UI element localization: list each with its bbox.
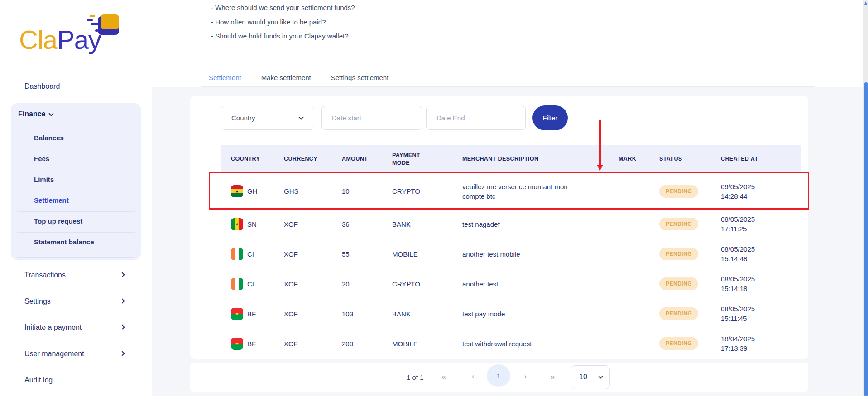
sidebar-item-label: Audit log (24, 376, 53, 384)
payment-mode-cell: BANK (392, 310, 462, 318)
status-badge: PENDING (659, 218, 698, 230)
country-cell: BF (231, 338, 284, 350)
sidebar-item-limits[interactable]: Limits (11, 170, 141, 191)
payment-mode-cell: BANK (392, 220, 462, 228)
scrollbar-up-arrow-icon[interactable] (864, 1, 867, 5)
sidebar-finance-panel: Finance Balances Fees Limits Settlement … (11, 103, 141, 260)
ghana-flag-icon (231, 185, 243, 197)
status-cell: PENDING (659, 307, 721, 320)
status-cell: PENDING (659, 218, 721, 230)
settlement-tabs: Settlement Make settlement Settings sett… (201, 68, 397, 87)
sidebar-item-fees[interactable]: Fees (11, 149, 141, 170)
sidebar-item-label: Statement balance (34, 238, 94, 246)
current-page-button[interactable]: 1 (487, 364, 510, 387)
finance-submenu: Balances Fees Limits Settlement Top up r… (11, 128, 141, 253)
status-cell: PENDING (659, 248, 721, 260)
main-content: - Where should we send your settlement f… (152, 0, 868, 396)
logo-speedline-icon (90, 15, 95, 17)
sidebar-item-statement-balance[interactable]: Statement balance (11, 232, 141, 253)
table-row[interactable]: BF XOF 200 MOBILE test withdrawal reques… (221, 329, 801, 358)
merchant-description-cell: another test (462, 279, 589, 289)
table-header: COUNTRY CURRENCY AMOUNT PAYMENT MODE MER… (221, 145, 801, 173)
created-time: 17:11:25 (721, 224, 801, 234)
sidebar-item-transactions[interactable]: Transactions (0, 269, 152, 283)
sidebar-item-audit-log[interactable]: Audit log (0, 374, 152, 388)
amount-cell: 36 (342, 220, 392, 228)
app-logo: ClaPay (19, 18, 137, 63)
filter-button[interactable]: Filter (532, 105, 568, 130)
previous-page-button[interactable]: ‹ (472, 372, 474, 381)
created-date: 18/04/2025 (721, 334, 801, 344)
page-size-select[interactable]: 10 (571, 365, 610, 389)
tab-settings-settlement[interactable]: Settings settlement (323, 68, 397, 87)
column-header-status: STATUS (659, 155, 721, 163)
cote-divoire-flag-icon (231, 278, 243, 290)
payment-mode-cell: MOBILE (392, 340, 462, 348)
country-cell: CI (231, 278, 284, 290)
sidebar-item-initiate-a-payment[interactable]: Initiate a payment (0, 322, 152, 335)
created-at-cell: 08/05/202517:11:25 (721, 215, 801, 234)
tab-label: Make settlement (261, 74, 311, 81)
sidebar-item-finance[interactable]: Finance (11, 103, 141, 128)
created-at-cell: 08/05/202515:14:48 (721, 244, 801, 263)
country-cell: GH (231, 185, 284, 197)
amount-cell: 103 (342, 310, 392, 318)
status-badge: PENDING (659, 337, 698, 350)
table-row[interactable]: CI XOF 55 MOBILE another test mobile PEN… (221, 239, 801, 269)
status-badge: PENDING (659, 307, 698, 320)
sidebar-item-label: User management (24, 350, 84, 358)
sidebar-item-dashboard[interactable]: Dashboard (0, 81, 152, 94)
column-header-created-at: CREATED AT (721, 155, 801, 163)
sidebar-item-top-up-request[interactable]: Top up request (11, 211, 141, 232)
scrollbar-thumb[interactable] (864, 82, 868, 396)
column-header-merchant-description: MERCHANT DESCRIPTION (462, 155, 619, 163)
tabs-divider (201, 86, 815, 87)
amount-cell: 55 (342, 250, 392, 258)
sidebar-item-label: Finance (18, 110, 53, 118)
date-start-input[interactable] (321, 106, 422, 130)
next-page-button[interactable]: › (524, 372, 527, 381)
chevron-right-icon (120, 272, 125, 277)
status-cell: PENDING (659, 185, 721, 198)
table-row[interactable]: GH GHS 10 CRYPTO veuillez me verser ce m… (221, 173, 801, 209)
logo-speedline-icon (87, 19, 93, 21)
created-at-cell: 08/05/202515:14:18 (721, 274, 801, 293)
status-badge: PENDING (659, 185, 698, 198)
created-date: 09/05/2025 (721, 182, 801, 191)
sidebar-item-user-management[interactable]: User management (0, 348, 152, 362)
sidebar-item-label: Fees (34, 155, 49, 162)
country-cell: BF (231, 308, 284, 320)
tab-label: Settlement (209, 74, 241, 81)
last-page-button[interactable]: » (551, 372, 555, 382)
currency-cell: XOF (284, 280, 342, 288)
table-row[interactable]: BF XOF 103 BANK test pay mode PENDING 08… (221, 299, 801, 329)
app-window: ClaPay Dashboard Finance Balances Fees L… (0, 0, 868, 396)
sidebar-item-settlement[interactable]: Settlement (11, 191, 141, 211)
sidebar: ClaPay Dashboard Finance Balances Fees L… (0, 0, 152, 396)
country-select[interactable]: Country (221, 106, 314, 130)
sidebar-item-settings[interactable]: Settings (0, 296, 152, 309)
created-date: 08/05/2025 (721, 274, 801, 284)
merchant-description-cell: veuillez me verser ce montant mon compte… (462, 182, 589, 201)
page-info: 1 of 1 (407, 373, 424, 381)
status-cell: PENDING (659, 277, 721, 290)
tab-settlement[interactable]: Settlement (201, 68, 249, 87)
first-page-button[interactable]: « (441, 372, 446, 382)
tab-make-settlement[interactable]: Make settlement (253, 68, 319, 87)
country-code: CI (247, 280, 254, 288)
sidebar-item-label: Settlement (34, 196, 69, 204)
created-time: 15:14:48 (721, 254, 801, 263)
merchant-description-cell: test nagadef (462, 219, 589, 229)
table-row[interactable]: SN XOF 36 BANK test nagadef PENDING 08/0… (221, 209, 801, 239)
payment-mode-cell: CRYPTO (392, 187, 462, 195)
status-badge: PENDING (659, 277, 698, 290)
logo-card-front (101, 14, 119, 29)
intro-question: - Where should we send your settlement f… (211, 0, 355, 15)
cote-divoire-flag-icon (231, 248, 243, 260)
chevron-down-icon (49, 111, 54, 116)
sidebar-item-balances[interactable]: Balances (11, 128, 141, 149)
table-row[interactable]: CI XOF 20 CRYPTO another test PENDING 08… (221, 269, 801, 299)
sidebar-item-label: Settings (24, 297, 51, 305)
date-end-input[interactable] (426, 106, 526, 130)
tab-label: Settings settlement (331, 74, 389, 81)
